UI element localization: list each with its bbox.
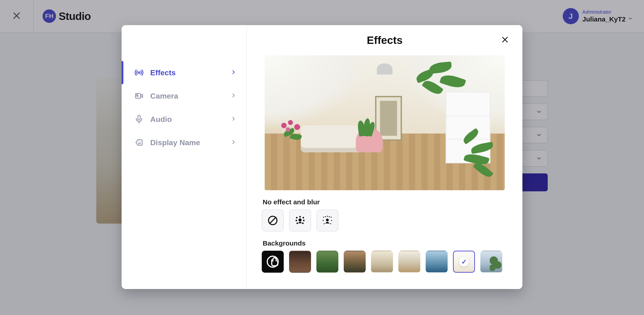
sidebar-item-label: Display Name (150, 138, 224, 147)
effect-blur-strong[interactable] (316, 209, 338, 231)
section-label-blur: No effect and blur (263, 198, 509, 206)
sidebar-item-display-name[interactable]: Display Name (122, 131, 246, 154)
camera-icon (134, 91, 144, 101)
svg-point-11 (296, 217, 297, 218)
svg-point-16 (302, 223, 304, 224)
close-icon[interactable] (501, 35, 509, 45)
mic-icon (134, 114, 144, 124)
bg-palm[interactable] (480, 251, 502, 273)
sidebar-item-effects[interactable]: Effects (122, 61, 246, 84)
modal-header: Effects (260, 34, 509, 46)
blur-options (262, 209, 509, 231)
modal-overlay: Effects Camera (0, 0, 644, 315)
sidebar-item-label: Effects (150, 68, 224, 77)
svg-point-25 (325, 216, 326, 217)
svg-point-22 (331, 220, 332, 221)
svg-point-21 (323, 220, 324, 221)
modal-title: Effects (367, 34, 402, 46)
svg-point-5 (139, 142, 140, 143)
svg-point-6 (138, 141, 138, 142)
bg-forest[interactable] (316, 251, 338, 273)
sidebar-item-camera[interactable]: Camera (122, 84, 246, 108)
svg-rect-3 (138, 115, 140, 120)
sidebar-item-label: Audio (150, 115, 224, 124)
chevron-right-icon (230, 138, 237, 147)
bg-ocean[interactable] (426, 251, 448, 273)
svg-point-7 (140, 141, 141, 142)
name-tag-icon (134, 138, 144, 147)
chevron-right-icon (230, 115, 237, 124)
bg-studio[interactable]: ✓ (453, 251, 475, 273)
svg-point-24 (330, 223, 331, 224)
svg-point-12 (303, 217, 304, 218)
bg-brick[interactable] (289, 251, 311, 273)
chevron-right-icon (230, 68, 237, 77)
svg-point-20 (330, 217, 332, 218)
svg-point-27 (327, 216, 328, 217)
svg-point-26 (329, 216, 330, 217)
svg-point-13 (296, 220, 297, 221)
settings-main: Effects (247, 25, 522, 289)
svg-point-2 (137, 95, 138, 97)
section-label-backgrounds: Backgrounds (263, 239, 509, 247)
svg-point-17 (300, 216, 300, 217)
svg-point-15 (297, 223, 298, 224)
svg-point-23 (324, 223, 325, 224)
bg-living[interactable] (398, 251, 420, 273)
bg-brand-dark[interactable] (262, 251, 284, 273)
svg-point-14 (304, 220, 304, 221)
chevron-right-icon (230, 92, 237, 100)
effects-preview (265, 55, 505, 190)
effect-blur-light[interactable] (289, 209, 311, 231)
effect-none[interactable] (262, 209, 284, 231)
svg-point-19 (323, 217, 324, 218)
broadcast-icon (134, 68, 144, 78)
settings-modal: Effects Camera (122, 25, 522, 289)
settings-sidebar: Effects Camera (122, 25, 247, 289)
svg-point-18 (326, 219, 329, 222)
sidebar-item-audio[interactable]: Audio (122, 108, 246, 131)
check-icon: ✓ (454, 251, 474, 272)
svg-point-10 (299, 219, 302, 221)
svg-line-9 (270, 217, 276, 223)
background-options: ✓ (262, 251, 509, 273)
svg-point-0 (138, 72, 140, 74)
bg-hills[interactable] (344, 251, 366, 273)
bg-library[interactable] (371, 251, 393, 273)
sidebar-item-label: Camera (150, 92, 224, 100)
